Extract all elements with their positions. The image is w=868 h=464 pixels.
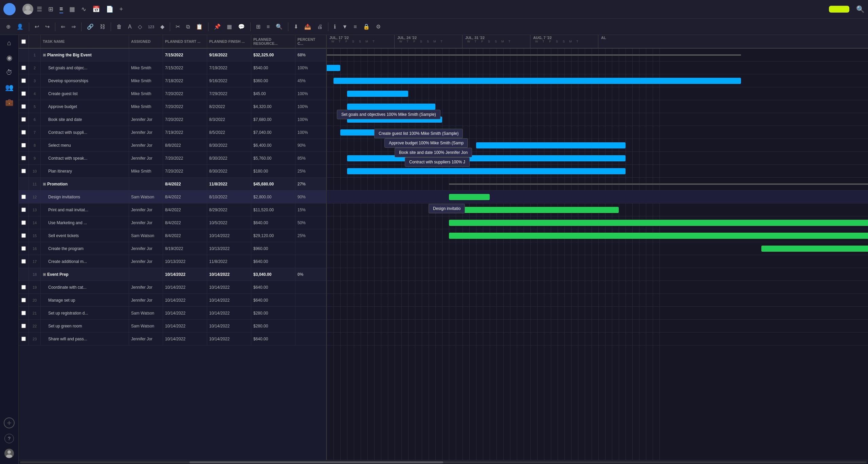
pin-button[interactable]: 📌 (212, 22, 223, 31)
print-button[interactable]: 🖨 (315, 22, 325, 31)
sidebar-item-add[interactable]: + (4, 417, 15, 428)
gantt-bar[interactable] (347, 155, 626, 161)
free-trial-button[interactable] (829, 6, 849, 13)
plus-view-icon[interactable]: + (120, 6, 123, 13)
table-row[interactable]: 12Design invitationsSam Watson8/4/20228/… (19, 191, 326, 203)
paste-button[interactable]: 📋 (194, 22, 205, 31)
sidebar-item-activity[interactable]: ◉ (6, 54, 12, 62)
table-row[interactable]: 20Manage set upJennifer Jor10/14/202210/… (19, 294, 326, 307)
table-row[interactable]: 23Share wifi and pass...Jennifer Jor10/1… (19, 333, 326, 345)
task-name-cell[interactable]: Contract with speak... (41, 152, 129, 164)
task-name-cell[interactable]: Design invitations (41, 191, 129, 203)
group-collapse-icon[interactable]: ▣ (43, 182, 46, 186)
task-name-cell[interactable]: Contract with suppli... (41, 126, 129, 139)
info-button[interactable]: ℹ (332, 22, 338, 31)
table-row[interactable]: 14Use Marketing and ...Jennifer Jor8/4/2… (19, 216, 326, 229)
highlight-button[interactable]: ◇ (136, 22, 144, 31)
table-row[interactable]: 15Sell event ticketsSam Watson8/4/202210… (19, 229, 326, 242)
table-row[interactable]: 13Print and mail invitat...Jennifer Jor8… (19, 203, 326, 216)
gantt-bar[interactable] (333, 78, 741, 84)
add-user-button[interactable]: 👤 (15, 22, 25, 31)
gantt-row[interactable] (327, 333, 868, 345)
select-all-checkbox[interactable] (21, 39, 26, 44)
gantt-row[interactable] (327, 49, 868, 61)
sidebar-item-team[interactable]: 👥 (5, 83, 14, 91)
unlink-button[interactable]: ⛓ (98, 22, 107, 31)
gantt-bar[interactable] (449, 207, 619, 213)
gantt-row[interactable] (327, 74, 868, 87)
sidebar-item-clock[interactable]: ⏱ (6, 69, 13, 76)
table-row[interactable]: 8Select menuJennifer Jor8/8/20228/30/202… (19, 139, 326, 152)
group-collapse-icon[interactable]: ▣ (43, 53, 46, 57)
col-task-name[interactable]: TASK NAME (41, 35, 129, 48)
scroll-thumb[interactable] (189, 461, 444, 463)
task-name-cell[interactable]: Print and mail invitat... (41, 203, 129, 216)
task-name-cell[interactable]: Set goals and objec... (41, 61, 129, 74)
table-row[interactable]: 16Create the programJennifer Jor9/19/202… (19, 242, 326, 255)
task-name-cell[interactable]: ▣ Planning the Big Event (41, 49, 129, 61)
table-row[interactable]: 22Set up green roomSam Watson10/14/20221… (19, 320, 326, 333)
gantt-bar[interactable] (347, 104, 435, 110)
gantt-view-icon[interactable]: ≡ (59, 5, 63, 13)
table-row[interactable]: 21Set up registration d...Sam Watson10/1… (19, 307, 326, 320)
sidebar-item-help[interactable]: ? (4, 434, 14, 443)
lock-button[interactable]: 🔒 (361, 22, 372, 31)
gantt-row[interactable] (327, 229, 868, 242)
diamond-button[interactable]: ◆ (158, 22, 166, 31)
col-resource[interactable]: PLANNED RESOURCE... (251, 35, 295, 48)
gantt-bar[interactable] (327, 65, 340, 71)
task-name-cell[interactable]: Create additional m... (41, 255, 129, 268)
gantt-row[interactable] (327, 294, 868, 307)
indent-button[interactable]: ⇒ (69, 22, 78, 31)
avatar[interactable] (22, 4, 33, 15)
col-assigned[interactable]: ASSIGNED (129, 35, 163, 48)
chart-view-icon[interactable]: ⊞ (48, 5, 53, 13)
horizontal-scrollbar[interactable] (19, 460, 868, 464)
table-row[interactable]: 4Create guest listMike Smith7/20/20227/2… (19, 87, 326, 100)
sidebar-item-avatar[interactable] (4, 449, 14, 460)
table-row[interactable]: 10Plan itineraryMike Smith7/20/20228/30/… (19, 165, 326, 178)
task-name-cell[interactable]: ▣ Event Prep (41, 268, 129, 281)
wave-view-icon[interactable]: ∿ (81, 5, 86, 13)
table-row[interactable]: 5Approve budgetMike Smith7/20/20228/2/20… (19, 100, 326, 113)
sidebar-item-home[interactable]: ⌂ (7, 39, 11, 47)
gantt-bar[interactable] (449, 194, 490, 200)
add-task-button[interactable]: ⊕ (4, 22, 13, 31)
undo-button[interactable]: ↩ (33, 22, 41, 31)
task-name-cell[interactable]: Plan itinerary (41, 165, 129, 177)
group-collapse-icon[interactable]: ▣ (43, 272, 46, 276)
task-name-cell[interactable]: Share wifi and pass... (41, 333, 129, 345)
table-row[interactable]: 9Contract with speak...Jennifer Jor7/20/… (19, 152, 326, 165)
sidebar-item-briefcase[interactable]: 💼 (5, 98, 14, 106)
table-row[interactable]: 3Develop sponsorshipsMike Smith7/18/2022… (19, 74, 326, 87)
share-button[interactable]: 📤 (302, 22, 313, 31)
gantt-bar[interactable] (476, 142, 626, 148)
gantt-row[interactable] (327, 255, 868, 268)
search-icon[interactable]: 🔍 (856, 5, 865, 13)
task-name-cell[interactable]: Use Marketing and ... (41, 216, 129, 229)
table-row[interactable]: 6Book site and dateJennifer Jor7/20/2022… (19, 113, 326, 126)
zoom-button[interactable]: 🔍 (274, 22, 285, 31)
table-row[interactable]: 19Coordinate with cat...Jennifer Jor10/1… (19, 281, 326, 294)
delete-button[interactable]: 🗑 (114, 22, 124, 31)
comment-button[interactable]: 💬 (236, 22, 247, 31)
task-name-cell[interactable]: Manage set up (41, 294, 129, 306)
gantt-row[interactable] (327, 320, 868, 333)
outdent-button[interactable]: ⇐ (59, 22, 67, 31)
grid-button[interactable]: ⊞ (254, 22, 263, 31)
cols-button[interactable]: ≡ (265, 22, 272, 31)
filter-button[interactable]: ≡ (351, 22, 359, 31)
table-row[interactable]: 1▣ Planning the Big Event7/15/20229/16/2… (19, 49, 326, 61)
export-button[interactable]: ⬇ (292, 22, 300, 31)
table-row[interactable]: 7Contract with suppli...Jennifer Jor7/19… (19, 126, 326, 139)
task-name-cell[interactable]: Coordinate with cat... (41, 281, 129, 293)
calendar-view-icon[interactable]: 📅 (92, 5, 100, 13)
gantt-row[interactable] (327, 178, 868, 191)
123-button[interactable]: 123 (146, 23, 156, 30)
doc-view-icon[interactable]: 📄 (106, 5, 113, 13)
task-name-cell[interactable]: ▣ Promotion (41, 178, 129, 190)
task-name-cell[interactable]: Approve budget (41, 100, 129, 113)
gantt-bar[interactable] (761, 246, 868, 252)
col-start[interactable]: PLANNED START ... (163, 35, 207, 48)
gantt-bar[interactable] (347, 91, 408, 97)
